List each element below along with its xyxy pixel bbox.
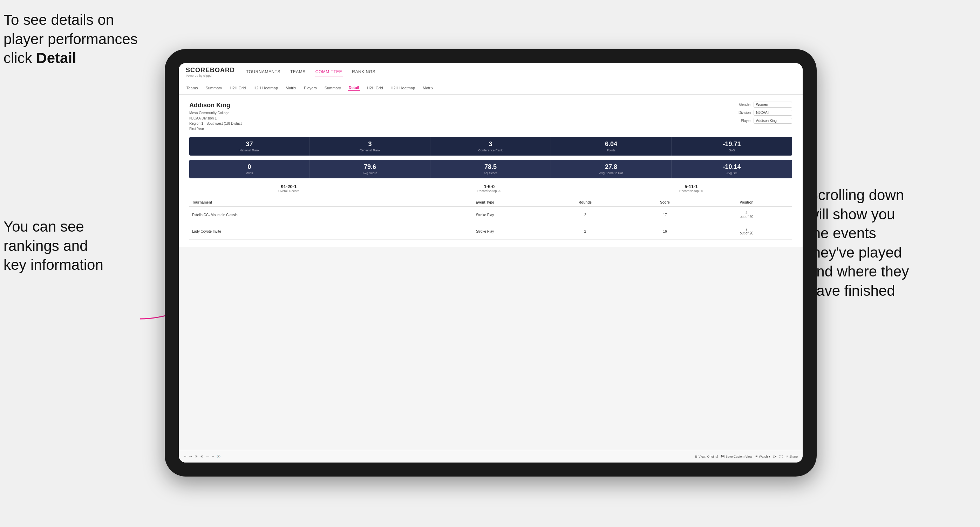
td-event-type: Stroke Play	[429, 223, 541, 240]
annotation-bl-line3: key information	[3, 257, 103, 273]
stat-cell-sos: -19.71SoS	[671, 137, 792, 156]
toolbar-watch[interactable]: 👁 Watch ▾	[755, 455, 770, 458]
toolbar-clock[interactable]: 🕐	[216, 455, 221, 458]
annotation-br-line1: Scrolling down	[808, 187, 904, 203]
annotation-topleft: To see details on player performances cl…	[3, 11, 151, 68]
player-select[interactable]: Addison King	[754, 118, 792, 124]
table-row: Estella CC- Mountain ClassicStroke Play2…	[189, 207, 792, 223]
gender-filter-row: Gender Women Men	[732, 102, 792, 108]
toolbar-minus[interactable]: —	[206, 455, 209, 458]
bottom-toolbar: ↩ ↪ ⟳ ⟲ — + 🕐 🖥 View: Original 💾 Save Cu…	[179, 450, 803, 462]
annotation-bottomleft: You can see rankings and key information	[3, 217, 137, 275]
subnav-summary1[interactable]: Summary	[205, 85, 223, 91]
toolbar-share[interactable]: ↗ Share	[786, 455, 798, 458]
annotation-bl-line1: You can see	[3, 218, 84, 235]
nav-bar: SCOREBOARD Powered by clippd TOURNAMENTS…	[179, 63, 803, 81]
th-position: Position	[701, 198, 792, 207]
td-position: 4 out of 20	[701, 207, 792, 223]
nav-teams[interactable]: TEAMS	[290, 68, 306, 76]
toolbar-save-custom[interactable]: 💾 Save Custom View	[721, 455, 752, 458]
stat-cell-regional-rank: 3Regional Rank	[310, 137, 430, 156]
stat2-cell-avg-score: 79.6Avg Score	[310, 160, 430, 178]
division-filter-row: Division NJCAA I NJCAA II	[732, 110, 792, 116]
toolbar-fullscreen[interactable]: ⛶	[780, 455, 783, 458]
subnav-matrix1[interactable]: Matrix	[285, 85, 297, 91]
toolbar-undo[interactable]: ↩	[184, 455, 186, 458]
tablet-frame: SCOREBOARD Powered by clippd TOURNAMENTS…	[165, 49, 817, 476]
player-filters: Gender Women Men Division NJCAA I NJCAA …	[732, 102, 792, 124]
toolbar-redo[interactable]: ↪	[189, 455, 192, 458]
td-event-type: Stroke Play	[429, 207, 541, 223]
annotation-detail-bold: Detail	[36, 50, 76, 66]
annotation-br-line4: they've played	[808, 244, 902, 261]
annotation-br-line5: and where they	[808, 263, 909, 279]
th-event-type: Event Type	[429, 198, 541, 207]
subnav-h2hheatmap2[interactable]: H2H Heatmap	[390, 85, 416, 91]
stat2-cell-adj-score: 78.5Adj Score	[430, 160, 551, 178]
subnav-matrix2[interactable]: Matrix	[422, 85, 434, 91]
gender-select[interactable]: Women Men	[754, 102, 792, 108]
toolbar-back[interactable]: ⟲	[200, 455, 203, 458]
division-label: Division	[732, 111, 751, 114]
subnav-teams[interactable]: Teams	[186, 85, 198, 91]
annotation-line1: To see details on	[3, 11, 114, 28]
td-rounds: 2	[541, 207, 629, 223]
stat2-cell-wins: 0Wins	[189, 160, 310, 178]
stat2-cell-avg-sg: -10.14Avg SG	[671, 160, 792, 178]
records-row: 91-20-1Overall Record1-5-0Record vs top …	[189, 184, 792, 193]
annotation-bl-line2: rankings and	[3, 238, 88, 254]
th-score: Score	[629, 198, 701, 207]
table-row: Lady Coyote InviteStroke Play2167 out of…	[189, 223, 792, 240]
stat-cell-points: 6.04Points	[551, 137, 671, 156]
subnav-h2hgrid1[interactable]: H2H Grid	[229, 85, 247, 91]
stats-row2: 0Wins79.6Avg Score78.5Adj Score27.8Avg S…	[189, 160, 792, 178]
subnav-players[interactable]: Players	[303, 85, 318, 91]
content-area[interactable]: Addison King Mesa Community College NJCA…	[179, 95, 803, 450]
player-header: Addison King Mesa Community College NJCA…	[189, 102, 792, 132]
nav-tournaments[interactable]: TOURNAMENTS	[245, 68, 281, 76]
gender-label: Gender	[732, 103, 751, 106]
annotation-bottomright: Scrolling down will show you the events …	[808, 186, 977, 301]
nav-committee[interactable]: COMMITTEE	[315, 68, 343, 76]
annotation-br-line6: have finished	[808, 283, 895, 299]
annotation-line2: player performances	[3, 31, 138, 47]
player-detail: Addison King Mesa Community College NJCA…	[179, 95, 803, 247]
player-division: NJCAA Division 1	[189, 116, 242, 121]
player-college: Mesa Community College	[189, 110, 242, 116]
nav-items: TOURNAMENTS TEAMS COMMITTEE RANKINGS	[245, 68, 376, 76]
annotation-br-line3: the events	[808, 225, 876, 241]
toolbar-refresh[interactable]: ⟳	[195, 455, 198, 458]
toolbar-right: 🖥 View: Original 💾 Save Custom View 👁 Wa…	[695, 455, 798, 458]
toolbar-left: ↩ ↪ ⟳ ⟲ — + 🕐	[184, 455, 221, 458]
stat2-cell-avg-score-to-par: 27.8Avg Score to Par	[551, 160, 671, 178]
toolbar-view-original[interactable]: 🖥 View: Original	[695, 455, 718, 458]
logo-sub-text: Powered by clippd	[186, 74, 235, 78]
annotation-br-line2: will show you	[808, 206, 895, 222]
division-select[interactable]: NJCAA I NJCAA II	[754, 110, 792, 116]
td-tournament: Estella CC- Mountain Classic	[189, 207, 429, 223]
sub-nav: Teams Summary H2H Grid H2H Heatmap Matri…	[179, 81, 803, 95]
player-name: Addison King	[189, 102, 242, 109]
annotation-line3-prefix: click	[3, 50, 36, 66]
tablet-screen: SCOREBOARD Powered by clippd TOURNAMENTS…	[179, 63, 803, 462]
player-year: First Year	[189, 126, 242, 132]
th-tournament: Tournament	[189, 198, 429, 207]
td-score: 16	[629, 223, 701, 240]
td-tournament: Lady Coyote Invite	[189, 223, 429, 240]
record-overall-record: 91-20-1Overall Record	[278, 184, 299, 193]
toolbar-plus[interactable]: +	[212, 455, 214, 458]
td-score: 17	[629, 207, 701, 223]
player-info: Addison King Mesa Community College NJCA…	[189, 102, 242, 132]
subnav-h2hheatmap1[interactable]: H2H Heatmap	[253, 85, 278, 91]
stat-cell-conference-rank: 3Conference Rank	[430, 137, 551, 156]
toolbar-share-screen[interactable]: □▾	[773, 455, 777, 458]
player-filter-row: Player Addison King	[732, 118, 792, 124]
subnav-h2hgrid2[interactable]: H2H Grid	[366, 85, 384, 91]
subnav-detail[interactable]: Detail	[348, 85, 360, 91]
player-region: Region 1 - Southwest (18) District	[189, 121, 242, 126]
logo-main-text: SCOREBOARD	[186, 67, 235, 74]
th-rounds: Rounds	[541, 198, 629, 207]
subnav-summary2[interactable]: Summary	[324, 85, 342, 91]
nav-rankings[interactable]: RANKINGS	[351, 68, 376, 76]
stats-row1: 37National Rank3Regional Rank3Conference…	[189, 137, 792, 156]
